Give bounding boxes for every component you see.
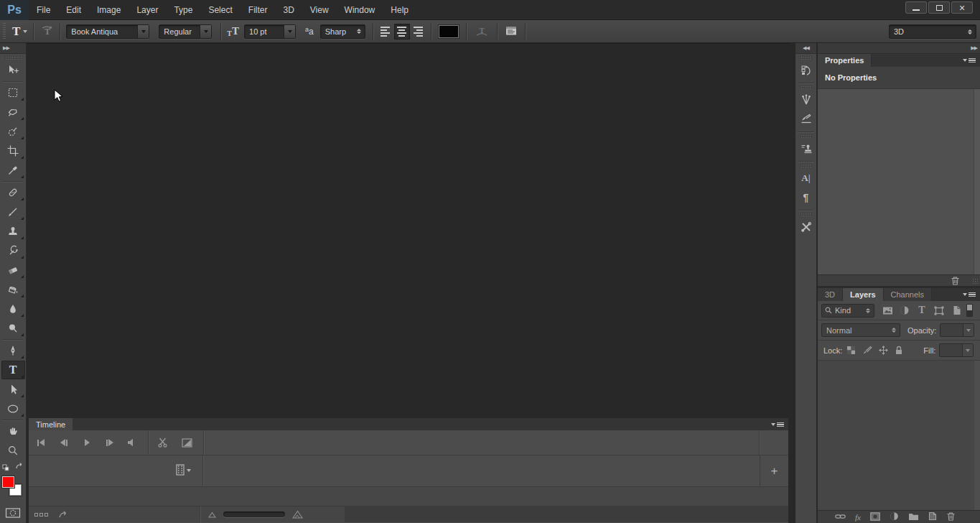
font-style-select[interactable]: Regular (159, 24, 212, 39)
swap-colors-icon[interactable] (15, 463, 24, 471)
zoom-out-mountain-icon[interactable] (208, 512, 216, 518)
character-panel-button[interactable]: A| (796, 169, 816, 188)
delete-layer-button[interactable] (946, 512, 956, 522)
foreground-color-swatch[interactable] (2, 476, 14, 488)
eyedropper-tool[interactable] (1, 161, 25, 180)
render-video-button[interactable] (58, 509, 70, 519)
brush-tool[interactable] (1, 203, 25, 221)
menu-filter[interactable]: Filter (241, 0, 276, 20)
history-brush-tool[interactable] (1, 241, 25, 260)
menu-select[interactable]: Select (200, 0, 240, 20)
brush-panel-button[interactable] (796, 110, 816, 129)
toolbox-grip[interactable] (4, 55, 22, 60)
restore-button[interactable] (928, 1, 950, 14)
timeline-zoom-slider[interactable] (223, 512, 285, 517)
dock-grip[interactable] (800, 134, 812, 138)
text-color-swatch[interactable] (439, 25, 459, 38)
add-media-button[interactable]: + (760, 455, 788, 486)
transition-button[interactable] (177, 435, 196, 450)
tab-3d[interactable]: 3D (818, 288, 843, 301)
lasso-tool[interactable] (1, 103, 25, 121)
filter-type-layers-button[interactable]: T (915, 304, 929, 317)
play-button[interactable] (78, 435, 96, 450)
horizontal-type-tool[interactable]: T (1, 361, 25, 379)
tab-layers[interactable]: Layers (843, 288, 883, 301)
minimize-button[interactable] (905, 1, 927, 14)
tab-channels[interactable]: Channels (884, 288, 932, 301)
properties-delete-button[interactable] (951, 276, 960, 287)
dock-grip[interactable] (800, 85, 812, 89)
filter-shape-layers-button[interactable] (932, 304, 946, 317)
menu-type[interactable]: Type (166, 0, 200, 20)
properties-panel-menu-button[interactable] (963, 57, 976, 64)
filter-smart-objects-button[interactable] (949, 304, 963, 317)
zoom-tool[interactable] (1, 441, 25, 460)
resize-grip[interactable] (972, 278, 979, 285)
menu-window[interactable]: Window (337, 0, 383, 20)
go-to-first-frame-button[interactable] (32, 435, 50, 450)
pen-tool[interactable] (1, 341, 25, 360)
lock-image-icon[interactable] (862, 346, 872, 355)
hand-tool[interactable] (1, 422, 25, 440)
opacity-field[interactable] (940, 323, 974, 337)
track-options-button[interactable] (176, 464, 191, 476)
lock-all-icon[interactable] (895, 346, 903, 355)
current-tool-button[interactable]: T (6, 24, 33, 39)
new-group-button[interactable] (908, 512, 919, 522)
tool-presets-panel-button[interactable] (796, 218, 816, 236)
zoom-in-mountain-icon[interactable] (292, 510, 303, 519)
default-colors-icon[interactable] (2, 464, 9, 471)
filter-adjustment-layers-button[interactable] (897, 304, 912, 317)
align-center-button[interactable] (394, 24, 410, 40)
add-layer-mask-button[interactable] (870, 512, 880, 522)
layers-panel-menu-button[interactable] (963, 291, 976, 298)
ellipse-tool[interactable] (1, 399, 25, 418)
quick-selection-tool[interactable] (1, 122, 25, 141)
tab-timeline[interactable]: Timeline (29, 418, 73, 430)
next-frame-button[interactable] (101, 435, 119, 450)
text-orientation-button[interactable]: T (34, 25, 60, 38)
filter-toggle-switch[interactable] (966, 304, 973, 317)
dock-collapse-header[interactable]: ◀◀ (795, 43, 816, 54)
dock-expand-header[interactable]: ▶▶ (818, 43, 980, 54)
split-clip-button[interactable] (153, 435, 172, 450)
tab-properties[interactable]: Properties (818, 54, 872, 67)
filter-pixel-layers-button[interactable] (880, 304, 895, 317)
warp-text-button[interactable]: T (472, 25, 491, 38)
options-bar-grip[interactable] (1, 23, 6, 40)
menu-view[interactable]: View (302, 0, 337, 20)
dodge-tool[interactable] (1, 319, 25, 338)
spot-healing-brush-tool[interactable] (1, 183, 25, 202)
menu-3d[interactable]: 3D (275, 0, 302, 20)
layers-list[interactable] (818, 361, 980, 510)
fill-field[interactable] (939, 343, 974, 357)
path-selection-tool[interactable] (1, 380, 25, 399)
gradient-tool[interactable] (1, 280, 25, 299)
rectangular-marquee-tool[interactable] (1, 83, 25, 102)
font-size-dropdown-button[interactable] (284, 25, 295, 38)
blend-mode-select[interactable]: Normal (821, 323, 900, 337)
toggle-panels-button[interactable] (505, 25, 518, 38)
menu-image[interactable]: Image (89, 0, 129, 20)
menu-layer[interactable]: Layer (129, 0, 166, 20)
lock-transparency-icon[interactable] (846, 346, 856, 355)
menu-help[interactable]: Help (383, 0, 416, 20)
history-panel-button[interactable] (796, 61, 816, 80)
opacity-dropdown-button[interactable] (963, 324, 974, 336)
previous-frame-button[interactable] (55, 435, 73, 450)
paragraph-panel-button[interactable]: ¶ (796, 188, 816, 207)
toolbox-header[interactable]: ▶▶ (0, 43, 26, 54)
font-style-dropdown-button[interactable] (200, 25, 211, 38)
dock-grip[interactable] (800, 55, 812, 60)
lock-position-icon[interactable] (879, 346, 888, 355)
timeline-work-area[interactable] (29, 487, 788, 506)
clone-source-panel-button[interactable] (796, 139, 816, 158)
dock-grip[interactable] (800, 163, 812, 167)
filter-kind-select[interactable]: Kind (821, 304, 874, 318)
blur-tool[interactable] (1, 300, 25, 318)
clone-stamp-tool[interactable] (1, 222, 25, 241)
new-adjustment-layer-button[interactable] (890, 512, 899, 522)
menu-file[interactable]: File (29, 0, 58, 20)
crop-tool[interactable] (1, 142, 25, 160)
menu-edit[interactable]: Edit (58, 0, 89, 20)
